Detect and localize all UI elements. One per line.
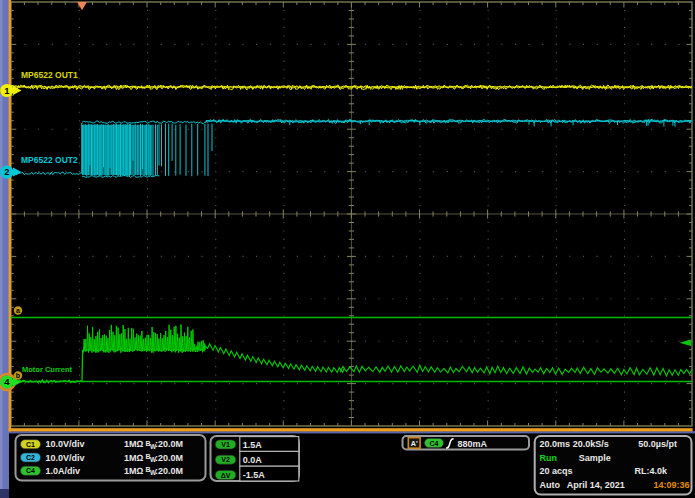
svg-text:ΔV: ΔV xyxy=(221,472,231,479)
svg-text:April 14, 2021: April 14, 2021 xyxy=(567,480,625,490)
svg-text::20.0M: :20.0M xyxy=(155,466,183,476)
svg-text:V2: V2 xyxy=(221,456,230,463)
svg-text:880mA: 880mA xyxy=(458,439,488,449)
svg-text:Run: Run xyxy=(540,453,558,463)
svg-text:Auto: Auto xyxy=(540,480,561,490)
svg-text:b: b xyxy=(16,372,20,379)
svg-text:1MΩ: 1MΩ xyxy=(124,466,144,476)
svg-text:C2: C2 xyxy=(26,454,35,461)
svg-text:V1: V1 xyxy=(221,441,230,448)
svg-text:MP6522 OUT1: MP6522 OUT1 xyxy=(21,70,78,80)
svg-text:20.0kS/s: 20.0kS/s xyxy=(573,439,609,449)
svg-text:a: a xyxy=(16,307,20,314)
svg-text:A': A' xyxy=(411,439,418,448)
svg-text:10.0V/div: 10.0V/div xyxy=(46,453,85,463)
svg-text:C4: C4 xyxy=(430,440,439,447)
svg-text::20.0M: :20.0M xyxy=(155,453,183,463)
svg-text:2: 2 xyxy=(4,166,9,177)
svg-text:MP6522 OUT2: MP6522 OUT2 xyxy=(21,155,78,165)
svg-text:1MΩ: 1MΩ xyxy=(124,453,144,463)
svg-text:1.0A/div: 1.0A/div xyxy=(46,466,81,476)
svg-text:20 acqs: 20 acqs xyxy=(540,466,573,476)
svg-text:1MΩ: 1MΩ xyxy=(124,439,144,449)
svg-text:RL:4.0k: RL:4.0k xyxy=(635,466,669,476)
svg-text:C4: C4 xyxy=(26,467,35,474)
svg-text::20.0M: :20.0M xyxy=(155,439,183,449)
svg-text:4: 4 xyxy=(4,376,10,387)
svg-text:0.0A: 0.0A xyxy=(243,455,263,465)
svg-text:14:09:36: 14:09:36 xyxy=(654,480,690,490)
svg-text:1.5A: 1.5A xyxy=(243,440,263,450)
svg-text:C1: C1 xyxy=(26,441,35,448)
svg-text:-1.5A: -1.5A xyxy=(243,470,266,480)
svg-text:1: 1 xyxy=(4,85,10,96)
svg-text:Sample: Sample xyxy=(579,453,611,463)
svg-text:20.0ms: 20.0ms xyxy=(540,439,571,449)
svg-text:10.0V/div: 10.0V/div xyxy=(46,439,85,449)
svg-text:Motor Current: Motor Current xyxy=(22,365,72,374)
svg-text:50.0µs/pt: 50.0µs/pt xyxy=(638,439,677,449)
